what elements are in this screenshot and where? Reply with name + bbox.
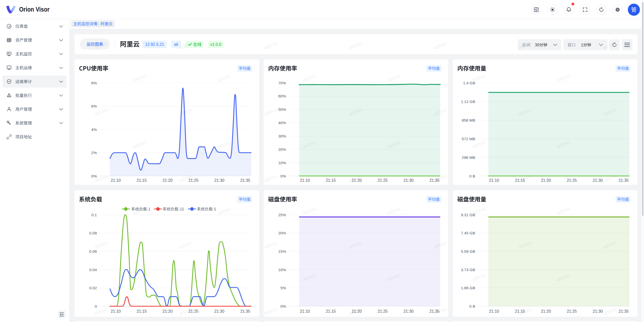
- svg-text:Orion Visor: Orion Visor: [19, 6, 50, 13]
